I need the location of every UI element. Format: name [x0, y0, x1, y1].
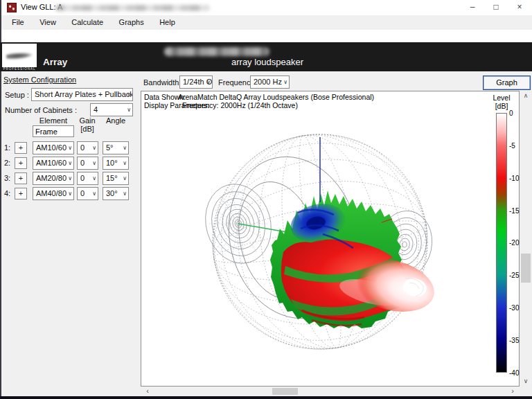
element-value: AM40/80	[36, 189, 66, 197]
scroll-up-icon[interactable]: ∧	[520, 91, 532, 101]
setup-value: Short Array Plates + Pullback	[35, 90, 133, 98]
chevron-down-icon: ∨	[68, 188, 72, 200]
vertical-scrollbar[interactable]	[520, 91, 532, 387]
horizontal-scrollbar[interactable]	[141, 387, 520, 396]
chevron-down-icon: ∨	[92, 143, 96, 154]
app-icon	[7, 3, 17, 12]
brand-logo	[2, 44, 37, 67]
column-header-gain: Gain [dB]	[73, 116, 102, 133]
chevron-down-icon: ∨	[123, 173, 127, 184]
frequency-select[interactable]: 2000 Hz ∨	[250, 76, 290, 89]
element-value: AM20/80	[36, 174, 66, 182]
chevron-down-icon: ∨	[127, 89, 131, 100]
title-bar: View GLL: A – □ ×	[0, 0, 532, 15]
element-value: AM10/60	[36, 143, 66, 152]
column-header-angle: Angle	[103, 116, 129, 125]
chevron-down-icon: ∨	[123, 143, 127, 154]
window-bottom-edge	[0, 396, 532, 399]
chevron-down-icon: ∨	[92, 158, 96, 169]
angle-select[interactable]: 5° ∨	[103, 141, 129, 154]
add-cabinet-button[interactable]: +	[15, 142, 27, 154]
gain-select[interactable]: 0 ∨	[77, 172, 98, 185]
minimize-button[interactable]: –	[461, 0, 484, 15]
cabinets-value: 4	[94, 105, 98, 114]
angle-value: 10°	[106, 159, 118, 167]
cabinets-select[interactable]: 4 ∨	[90, 103, 133, 116]
add-cabinet-button[interactable]: +	[15, 157, 27, 169]
menu-graphs[interactable]: Graphs	[113, 15, 150, 30]
menu-bar: File View Calculate Graphs Help	[0, 15, 532, 30]
professional-label: PROFESSIONAL	[2, 67, 37, 71]
gain-value: 0	[80, 159, 85, 167]
vertical-scroll-thumb[interactable]	[521, 254, 531, 283]
element-select[interactable]: AM10/60 ∨	[33, 141, 74, 154]
element-select[interactable]: AM40/80 ∨	[33, 187, 74, 200]
cabinets-label: Number of Cabinets :	[5, 106, 77, 114]
chevron-down-icon: ∨	[68, 158, 72, 169]
add-cabinet-button[interactable]: +	[15, 188, 27, 200]
element-value: AM10/60	[36, 159, 66, 167]
chevron-down-icon: ∨	[123, 188, 127, 200]
bandwidth-label: Bandwidth:	[143, 78, 181, 87]
banner-subtitle: array loudspeaker	[231, 57, 303, 67]
gain-select[interactable]: 0 ∨	[77, 157, 98, 170]
element-select[interactable]: AM20/80 ∨	[33, 172, 74, 185]
angle-select[interactable]: 15° ∨	[103, 172, 129, 185]
angle-value: 5°	[106, 143, 114, 152]
column-header-element: Element	[33, 116, 74, 125]
bandwidth-select[interactable]: 1/24th Oct ∨	[179, 76, 213, 89]
angle-select[interactable]: 10° ∨	[103, 157, 129, 170]
gain-value: 0	[80, 189, 85, 197]
balloon-plot[interactable]	[141, 91, 519, 386]
setup-select[interactable]: Short Array Plates + Pullback ∨	[31, 88, 133, 101]
chevron-down-icon: ∨	[283, 77, 287, 88]
chevron-down-icon: ∨	[92, 173, 96, 184]
graph-options-button[interactable]: Graph Options	[483, 76, 531, 90]
frequency-value: 2000 Hz	[254, 78, 282, 86]
chevron-down-icon: ∨	[92, 188, 96, 200]
redacted-title-text	[55, 5, 209, 11]
system-configuration-link[interactable]: System Configuration	[3, 76, 76, 84]
row-index: 3:	[4, 174, 14, 182]
close-button[interactable]: ×	[508, 0, 531, 15]
chevron-down-icon: ∨	[127, 105, 131, 116]
frame-field[interactable]	[33, 125, 74, 137]
row-index: 1:	[4, 143, 14, 152]
chevron-down-icon: ∨	[68, 173, 72, 184]
brand-banner: PROFESSIONAL Array array loudspeaker	[0, 42, 532, 71]
element-select[interactable]: AM10/60 ∨	[33, 157, 74, 170]
directivity-balloon	[270, 190, 440, 328]
menu-view[interactable]: View	[33, 15, 62, 30]
menu-help[interactable]: Help	[153, 15, 181, 30]
redacted-product-name	[164, 47, 269, 56]
row-index: 4:	[4, 189, 14, 197]
scroll-down-icon[interactable]: ∨	[520, 376, 532, 387]
menu-file[interactable]: File	[6, 15, 30, 30]
angle-select[interactable]: 30° ∨	[103, 187, 129, 200]
chevron-down-icon: ∨	[206, 77, 211, 88]
gain-select[interactable]: 0 ∨	[77, 141, 98, 154]
array-label: Array	[43, 57, 67, 67]
level-colorbar	[496, 113, 507, 373]
horizontal-scroll-thumb[interactable]	[272, 388, 298, 395]
spacer	[0, 30, 532, 42]
gain-value: 0	[80, 143, 85, 152]
row-index: 2:	[4, 159, 14, 167]
setup-label: Setup :	[5, 91, 29, 99]
add-cabinet-button[interactable]: +	[15, 172, 27, 184]
scroll-right-icon[interactable]: ›	[507, 387, 518, 396]
chevron-down-icon: ∨	[68, 143, 72, 154]
colorbar-title: Level	[489, 94, 514, 102]
scroll-left-icon[interactable]: ‹	[142, 387, 153, 396]
gain-select[interactable]: 0 ∨	[77, 187, 98, 200]
maximize-button[interactable]: □	[484, 0, 508, 15]
gain-value: 0	[80, 174, 85, 182]
logo-swoosh-icon	[6, 52, 33, 60]
menu-calculate[interactable]: Calculate	[65, 15, 109, 30]
chevron-down-icon: ∨	[123, 158, 127, 169]
angle-value: 30°	[106, 189, 118, 197]
angle-value: 15°	[106, 174, 118, 182]
